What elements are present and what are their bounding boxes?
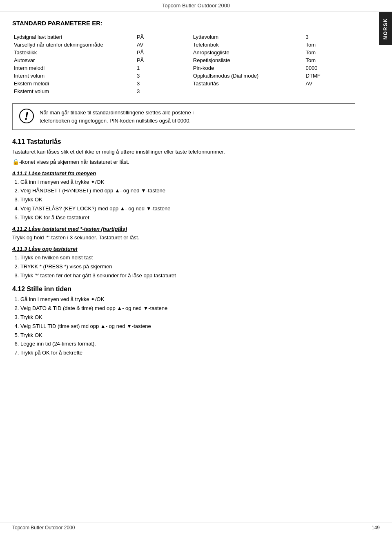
list-item: Velg HÅNDSETT (HANDSET) med opp ▲- og ne… [20,187,355,195]
side-tab-norsk: NORSK [379,12,392,45]
section-4-11-intro: Tastaturet kan låses slik et det ikke er… [12,148,355,156]
list-item: Gå inn i menyen ved å trykke ✦/OK [20,178,355,187]
param-left-value: 3 [135,80,176,87]
main-content: STANDARD PARAMETERE ER: Lydsignal lavt b… [0,11,376,385]
section-4-11-title: 4.11 Tastaturlås [12,138,355,145]
section-4-11-icon-note: 🔒-ikonet vises på skjermen når tastature… [12,158,355,166]
param-left-label: Lydsignal lavt batteri [12,33,135,41]
param-left-label: Tasteklikk [12,49,135,56]
param-right-label: Repetisjonsliste [192,56,304,64]
param-left-value: 3 [135,72,176,80]
footer-right: 149 [372,525,380,531]
param-right-label: Telefonbok [192,41,304,49]
param-left-label: Intern melodi [12,64,135,72]
footer-bar: Topcom Butler Outdoor 2000 149 [0,522,392,533]
footer-left: Topcom Butler Outdoor 2000 [12,525,75,531]
param-right-label [192,87,304,95]
list-item: Trykk '*' tasten før det har gått 3 seku… [20,272,355,280]
param-left-value: 3 [135,87,176,95]
notice-text: Når man går tilbake til standardinnstill… [40,109,194,125]
param-right-value [304,87,355,95]
params-table: Lydsignal lavt batteri PÅ Lyttevolum 3 V… [12,33,355,95]
param-left-value: PÅ [135,56,176,64]
section-4-11-1-steps: Gå inn i menyen ved å trykke ✦/OKVelg HÅ… [20,178,355,222]
section-4-11-1-title: 4.11.1 Låse tastaturet fra menyen [12,170,355,176]
section-4-12-title: 4.12 Stille inn tiden [12,285,355,293]
param-right-value: Tom [304,49,355,56]
param-left-label: Ekstern melodi [12,80,135,87]
param-right-label: Tastaturlås [192,80,304,87]
page-header: STANDARD PARAMETERE ER: [12,20,355,27]
list-item: Trykk på OK for å bekrefte [20,349,355,357]
param-right-label: Oppkallsmodus (Dial mode) [192,72,304,80]
param-right-value: AV [304,80,355,87]
section-4-11-2-text: Trykk og hold '*'-tasten i 3 sekunder. T… [12,234,355,242]
list-item: Trykk OK for å låse tastaturet [20,214,355,222]
param-right-value: Tom [304,41,355,49]
section-4-11-2-title: 4.11.2 Låse tastaturet med *-tasten (hur… [12,226,355,232]
param-left-label: Internt volum [12,72,135,80]
param-right-label: Lyttevolum [192,33,304,41]
list-item: Velg STILL TID (time set) md opp ▲- og n… [20,322,355,331]
param-left-value: PÅ [135,49,176,56]
list-item: Gå inn i menyen ved å trykke ✦/OK [20,295,355,304]
section-4-12-steps: Gå inn i menyen ved å trykke ✦/OKVelg DA… [20,295,355,357]
list-item: Trykk OK [20,196,355,204]
list-item: Legge inn tid (24-timers format). [20,340,355,348]
notice-icon: ! [19,109,34,123]
list-item: Velg TASTELÅS? (KEY LOCK?) med opp ▲- og… [20,205,355,213]
list-item: Trykk OK [20,313,355,322]
param-left-value: AV [135,41,176,49]
param-left-label: Eksternt volum [12,87,135,95]
list-item: Velg DATO & TID (date & time) med opp ▲-… [20,304,355,313]
param-right-label: Anropsloggliste [192,49,304,56]
param-right-value: 0000 [304,64,355,72]
param-left-label: Varsellyd når utenfor dekningsområde [12,41,135,49]
notice-box: ! Når man går tilbake til standardinnsti… [12,103,355,130]
param-left-label: Autosvar [12,56,135,64]
list-item: Trykk OK [20,331,355,340]
section-4-11-3-steps: Trykk en hvilken som helst tastTRYKK * (… [20,254,355,280]
param-right-value: 3 [304,33,355,41]
param-left-value: PÅ [135,33,176,41]
list-item: Trykk en hvilken som helst tast [20,254,355,262]
list-item: TRYKK * (PRESS *) vises på skjermen [20,263,355,271]
param-left-value: 1 [135,64,176,72]
param-right-label: Pin-kode [192,64,304,72]
param-right-value: Tom [304,56,355,64]
page-title: STANDARD PARAMETERE ER: [12,20,355,27]
header-title: Topcom Butler Outdoor 2000 [162,2,230,9]
section-4-11-3-title: 4.11.3 Låse opp tastaturet [12,246,355,252]
header-bar: Topcom Butler Outdoor 2000 [0,0,392,11]
param-right-value: DTMF [304,72,355,80]
